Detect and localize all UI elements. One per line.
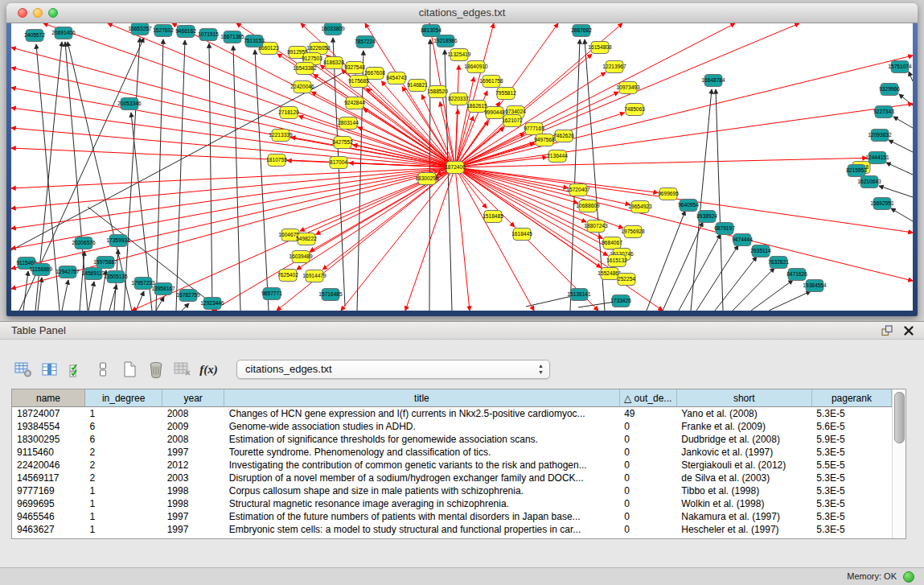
delete-column-icon[interactable] <box>142 358 169 381</box>
table-cell[interactable]: Dudbridge et al. (2008) <box>676 433 811 446</box>
table-row[interactable]: 977716911998Corpus callosum shape and si… <box>12 484 892 497</box>
table-cell[interactable]: Jankovic et al. (1997) <box>676 446 811 459</box>
column-header-name[interactable]: name <box>12 389 85 407</box>
table-cell[interactable]: 0 <box>619 484 676 497</box>
table-cell[interactable]: Structural magnetic resonance image aver… <box>224 497 619 510</box>
table-cell[interactable]: 5.3E-5 <box>811 510 891 523</box>
table-cell[interactable]: 18724007 <box>12 407 85 421</box>
table-cell[interactable]: 1998 <box>162 484 224 497</box>
table-cell[interactable]: 2012 <box>162 459 224 472</box>
table-cell[interactable]: Franke et al. (2009) <box>676 420 811 433</box>
table-cell[interactable]: Nakamura et al. (1997) <box>676 510 811 523</box>
table-cell[interactable]: 9463627 <box>12 523 85 536</box>
table-cell[interactable]: Changes of HCN gene expression and I(f) … <box>224 407 619 421</box>
table-cell[interactable]: Estimation of significance thresholds fo… <box>224 433 619 446</box>
table-cell[interactable]: 0 <box>619 446 676 459</box>
table-row[interactable]: 946554611997Estimation of the future num… <box>12 510 892 523</box>
column-header-pagerank[interactable]: pagerank <box>811 389 891 407</box>
table-row[interactable]: 2242004622012Investigating the contribut… <box>12 459 892 472</box>
select-all-icon[interactable] <box>63 358 89 381</box>
table-cell[interactable]: 19384554 <box>12 420 85 433</box>
column-header-in_degree[interactable]: in_degree <box>85 389 162 407</box>
table-cell[interactable]: 9777169 <box>12 484 85 497</box>
table-row[interactable]: 946362711997Embryonic stem cells: a mode… <box>12 523 892 536</box>
memory-status-indicator[interactable] <box>903 571 914 583</box>
minimize-window-button[interactable] <box>33 8 43 18</box>
show-columns-icon[interactable] <box>36 358 63 381</box>
column-header-short[interactable]: short <box>676 389 811 407</box>
table-cell[interactable]: 2008 <box>162 407 224 421</box>
table-cell[interactable]: 5.3E-5 <box>811 497 891 510</box>
table-cell[interactable]: 0 <box>619 433 676 446</box>
table-cell[interactable]: Tourette syndrome. Phenomenology and cla… <box>224 446 619 459</box>
table-cell[interactable]: 1 <box>85 523 162 536</box>
table-cell[interactable]: 0 <box>619 459 676 472</box>
table-cell[interactable]: 9699695 <box>12 497 85 510</box>
table-cell[interactable]: 1 <box>85 407 162 421</box>
table-cell[interactable]: 5.3E-5 <box>811 472 891 484</box>
table-cell[interactable]: 2 <box>85 446 162 459</box>
create-column-icon[interactable] <box>116 358 142 381</box>
table-cell[interactable]: Embryonic stem cells: a model to study s… <box>224 523 619 536</box>
table-cell[interactable]: 5.3E-5 <box>811 484 891 497</box>
table-cell[interactable]: 0 <box>619 420 676 433</box>
table-cell[interactable]: 49 <box>619 407 676 421</box>
zoom-window-button[interactable] <box>48 8 58 18</box>
table-cell[interactable]: 18300295 <box>12 433 85 446</box>
table-cell[interactable]: 0 <box>619 523 676 536</box>
table-cell[interactable]: 1 <box>85 484 162 497</box>
table-cell[interactable]: 5.9E-5 <box>811 433 891 446</box>
table-cell[interactable]: Yano et al. (2008) <box>676 407 811 421</box>
table-scrollbar[interactable] <box>892 389 906 538</box>
network-graph[interactable]: 1872400866012389129551822605891275031654… <box>11 23 913 311</box>
table-cell[interactable]: 0 <box>619 497 676 510</box>
table-cell[interactable]: Disruption of a novel member of a sodium… <box>224 472 619 484</box>
table-cell[interactable]: 9465546 <box>12 510 85 523</box>
table-cell[interactable]: 1997 <box>162 446 224 459</box>
table-cell[interactable]: 2 <box>85 472 162 484</box>
column-header-title[interactable]: title <box>224 389 619 407</box>
table-row[interactable]: 1830029562008Estimation of significance … <box>12 433 892 446</box>
table-cell[interactable]: 1 <box>85 497 162 510</box>
close-panel-icon[interactable] <box>903 325 914 336</box>
table-cell[interactable]: 6 <box>85 420 162 433</box>
table-cell[interactable]: Tibbo et al. (1998) <box>676 484 811 497</box>
table-cell[interactable]: 0 <box>619 510 676 523</box>
table-cell[interactable]: Stergiakouli et al. (2012) <box>676 459 811 472</box>
unselect-all-icon[interactable] <box>89 358 116 381</box>
delete-table-icon[interactable] <box>169 358 195 381</box>
table-row[interactable]: 1872400712008Changes of HCN gene express… <box>12 407 892 421</box>
table-row[interactable]: 1938455462009Genome-wide association stu… <box>12 420 892 433</box>
table-row[interactable]: 1456911722003Disruption of a novel membe… <box>12 472 892 484</box>
column-header-out_de[interactable]: △ out_de... <box>619 389 676 407</box>
table-selector-dropdown[interactable]: citations_edges.txt ▲▼ <box>236 360 550 379</box>
table-cell[interactable]: Estimation of the future numbers of pati… <box>224 510 619 523</box>
table-cell[interactable]: 1997 <box>162 523 224 536</box>
table-cell[interactable]: 22420046 <box>12 459 85 472</box>
table-cell[interactable]: 2 <box>85 459 162 472</box>
window-titlebar[interactable]: citations_edges.txt <box>6 3 918 23</box>
table-cell[interactable]: 6 <box>85 433 162 446</box>
table-cell[interactable]: Wolkin et al. (1998) <box>676 497 811 510</box>
table-cell[interactable]: 2009 <box>162 420 224 433</box>
table-cell[interactable]: 5.3E-5 <box>811 407 891 421</box>
network-canvas[interactable]: 1872400866012389129551822605891275031654… <box>11 23 913 311</box>
table-cell[interactable]: 9115460 <box>12 446 85 459</box>
scrollbar-thumb[interactable] <box>894 392 905 443</box>
table-cell[interactable]: 1 <box>85 510 162 523</box>
table-cell[interactable]: 2008 <box>162 433 224 446</box>
table-cell[interactable]: 14569117 <box>12 472 85 484</box>
table-cell[interactable]: 5.5E-5 <box>811 459 891 472</box>
table-cell[interactable]: Hescheler et al. (1997) <box>676 523 811 536</box>
table-cell[interactable]: Investigating the contribution of common… <box>224 459 619 472</box>
function-builder-icon[interactable]: f(x) <box>195 358 222 381</box>
table-cell[interactable]: 1998 <box>162 497 224 510</box>
table-cell[interactable]: 5.6E-5 <box>811 420 891 433</box>
close-window-button[interactable] <box>18 8 27 18</box>
table-cell[interactable]: 5.3E-5 <box>811 446 891 459</box>
table-cell[interactable]: de Silva et al. (2003) <box>676 472 811 484</box>
float-panel-icon[interactable] <box>881 324 893 337</box>
table-cell[interactable]: Genome-wide association studies in ADHD. <box>224 420 619 433</box>
table-cell[interactable]: 2003 <box>162 472 224 484</box>
table-row[interactable]: 911546021997Tourette syndrome. Phenomeno… <box>12 446 892 459</box>
